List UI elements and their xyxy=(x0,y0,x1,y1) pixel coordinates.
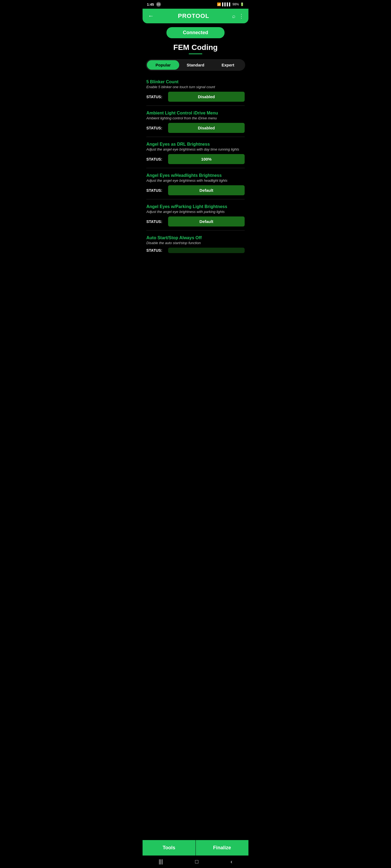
wifi-icon: 📶 xyxy=(217,2,221,6)
feature-auto-start-title: Auto Start/Stop Always Off xyxy=(146,236,245,240)
system-nav: ||| □ ‹ xyxy=(143,856,248,868)
feature-auto-start-status-row: STATUS: xyxy=(146,248,245,253)
status-label-angel-drl: STATUS: xyxy=(146,157,165,161)
home-icon[interactable]: □ xyxy=(195,859,198,865)
status-bar: 1:45 69 📶 ▌▌▌▌ 98% 🔋 xyxy=(143,0,248,9)
feature-ambient-desc: Ambient lighting control from the iDrive… xyxy=(146,116,245,120)
feature-ambient-status-row: STATUS: Disabled xyxy=(146,123,245,133)
feature-angel-parking-status-row: STATUS: Default xyxy=(146,216,245,226)
page-title: FEM Coding xyxy=(143,43,248,52)
battery-text: 98% xyxy=(232,2,239,6)
status-value-auto-start[interactable] xyxy=(168,248,245,253)
feature-auto-start-stop: Auto Start/Stop Always Off Disable the a… xyxy=(146,231,245,253)
status-value-blinker[interactable]: Disabled xyxy=(168,92,245,102)
feature-angel-parking: Angel Eyes w/Parking Light Brightness Ad… xyxy=(146,200,245,230)
finalize-button[interactable]: Finalize xyxy=(196,840,249,856)
feature-angel-headlights: Angel Eyes w/Headlights Brightness Adjus… xyxy=(146,169,245,199)
status-label-blinker: STATUS: xyxy=(146,95,165,99)
divider-angel-headlights xyxy=(146,199,245,199)
status-value-ambient[interactable]: Disabled xyxy=(168,123,245,133)
feature-angel-parking-desc: Adjust the angel eye brightness with par… xyxy=(146,210,245,214)
signal-icon: ▌▌▌▌ xyxy=(222,2,231,6)
feature-blinker-count-desc: Enable 5 blinker one touch turn signal c… xyxy=(146,85,245,89)
feature-angel-parking-title: Angel Eyes w/Parking Light Brightness xyxy=(146,204,245,209)
feature-angel-drl-title: Angel Eyes as DRL Brightness xyxy=(146,142,245,147)
status-value-angel-headlights[interactable]: Default xyxy=(168,185,245,195)
feature-auto-start-desc: Disable the auto start/stop function xyxy=(146,241,245,245)
bottom-actions: Tools Finalize xyxy=(143,840,248,856)
status-label-angel-headlights: STATUS: xyxy=(146,188,165,193)
connected-badge-wrapper: Connected xyxy=(143,27,248,38)
divider-angel-parking xyxy=(146,230,245,230)
more-options-icon[interactable]: ⋮ xyxy=(239,13,244,19)
tab-expert[interactable]: Expert xyxy=(212,60,244,70)
status-label-ambient: STATUS: xyxy=(146,126,165,130)
feature-angel-drl-desc: Adjust the angel eye brightness with day… xyxy=(146,147,245,151)
nav-actions: ⌕ ⋮ xyxy=(232,13,244,19)
status-label-angel-parking: STATUS: xyxy=(146,219,165,224)
feature-angel-headlights-title: Angel Eyes w/Headlights Brightness xyxy=(146,173,245,178)
status-label-auto-start: STATUS: xyxy=(146,248,165,252)
divider-blinker xyxy=(146,105,245,106)
battery-icon: 🔋 xyxy=(240,2,244,6)
tab-popular[interactable]: Popular xyxy=(147,60,179,70)
feature-list: 5 Blinker Count Enable 5 blinker one tou… xyxy=(143,76,248,284)
app-title: PROTOOL xyxy=(178,12,209,20)
feature-ambient-light: Ambient Light Control iDrive Menu Ambien… xyxy=(146,107,245,137)
feature-angel-drl-status-row: STATUS: 100% xyxy=(146,154,245,164)
title-divider xyxy=(189,54,202,54)
status-icons: 📶 ▌▌▌▌ 98% 🔋 xyxy=(217,2,244,6)
status-value-angel-drl[interactable]: 100% xyxy=(168,154,245,164)
feature-angel-drl: Angel Eyes as DRL Brightness Adjust the … xyxy=(146,138,245,168)
feature-blinker-count-title: 5 Blinker Count xyxy=(146,80,245,84)
status-value-angel-parking[interactable]: Default xyxy=(168,216,245,226)
back-button[interactable]: ← xyxy=(147,11,155,21)
status-time: 1:45 xyxy=(147,2,154,6)
divider-angel-drl xyxy=(146,168,245,168)
tools-button[interactable]: Tools xyxy=(143,840,196,856)
feature-angel-headlights-desc: Adjust the angel eye brightness with hea… xyxy=(146,179,245,183)
feature-blinker-count-status-row: STATUS: Disabled xyxy=(146,92,245,102)
tab-standard[interactable]: Standard xyxy=(179,60,212,70)
tab-bar: Popular Standard Expert xyxy=(146,59,245,71)
feature-blinker-count: 5 Blinker Count Enable 5 blinker one tou… xyxy=(146,76,245,106)
divider-ambient xyxy=(146,137,245,137)
search-icon[interactable]: ⌕ xyxy=(232,13,235,19)
notification-badge: 69 xyxy=(156,2,161,7)
feature-angel-headlights-status-row: STATUS: Default xyxy=(146,185,245,195)
connected-badge: Connected xyxy=(166,27,224,38)
back-nav-icon[interactable]: ‹ xyxy=(230,859,232,865)
recent-apps-icon[interactable]: ||| xyxy=(159,859,163,865)
feature-ambient-title: Ambient Light Control iDrive Menu xyxy=(146,111,245,116)
top-nav: ← PROTOOL ⌕ ⋮ xyxy=(143,9,248,23)
